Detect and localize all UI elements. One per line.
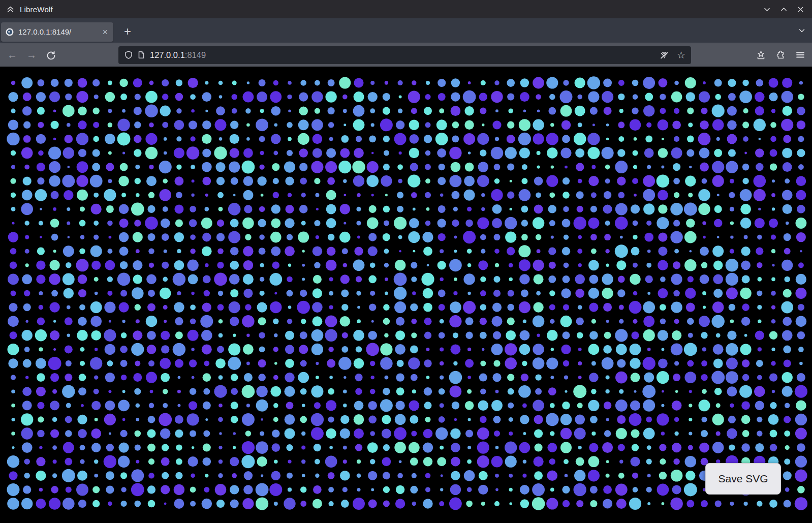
toolbar-right-buttons	[756, 50, 812, 60]
window-controls	[762, 5, 805, 14]
url-text: 127.0.0.1:8149	[150, 50, 206, 60]
urlbar-actions: ☆	[659, 50, 685, 60]
tab-bar: 127.0.0.1:8149/ × +	[0, 18, 812, 43]
star-tray-icon	[756, 50, 766, 60]
window-maximize-button[interactable]	[779, 5, 788, 14]
window-close-button[interactable]	[796, 5, 805, 14]
url-bar[interactable]: 127.0.0.1:8149 ☆	[118, 46, 691, 64]
chevron-down-icon	[763, 6, 771, 13]
close-icon	[797, 6, 804, 13]
tab-title: 127.0.0.1:8149/	[18, 27, 99, 36]
window-titlebar: LibreWolf	[0, 0, 812, 18]
chevron-down-icon	[798, 26, 806, 35]
new-tab-button[interactable]: +	[121, 24, 134, 39]
fingerprint-protection-button[interactable]	[659, 50, 669, 60]
bookmark-star-button[interactable]: ☆	[677, 50, 685, 60]
chevron-up-icon	[780, 6, 788, 13]
collapse-toolbar-icon[interactable]	[6, 5, 15, 14]
tab-close-button[interactable]: ×	[101, 27, 109, 37]
save-svg-button[interactable]: Save SVG	[705, 463, 781, 495]
dot-pattern-canvas	[0, 67, 812, 523]
window-title: LibreWolf	[20, 5, 53, 14]
hamburger-menu-icon	[795, 50, 805, 60]
back-button[interactable]: ←	[5, 48, 19, 62]
url-port: :8149	[185, 50, 206, 59]
tab-127-0-0-1[interactable]: 127.0.0.1:8149/ ×	[1, 22, 113, 42]
list-all-tabs-button[interactable]	[798, 26, 806, 36]
reload-button[interactable]	[44, 48, 58, 62]
forward-button[interactable]: →	[24, 48, 39, 62]
import-bookmarks-button[interactable]	[756, 50, 766, 60]
url-host: 127.0.0.1	[150, 50, 185, 59]
browser-viewport: Save SVG	[0, 67, 812, 523]
fingerprint-icon	[659, 50, 669, 60]
navigation-toolbar: ← → 127.0.0.1:8149	[0, 43, 812, 67]
shield-permissions-icon[interactable]	[124, 50, 133, 59]
nav-buttons: ← →	[0, 48, 113, 62]
app-menu-button[interactable]	[795, 50, 805, 60]
reload-icon	[46, 50, 56, 60]
window-minimize-button[interactable]	[762, 5, 771, 14]
page-info-icon[interactable]	[137, 51, 145, 59]
tab-favicon-icon	[6, 28, 14, 36]
puzzle-piece-icon	[775, 50, 786, 60]
extensions-button[interactable]	[775, 50, 786, 60]
